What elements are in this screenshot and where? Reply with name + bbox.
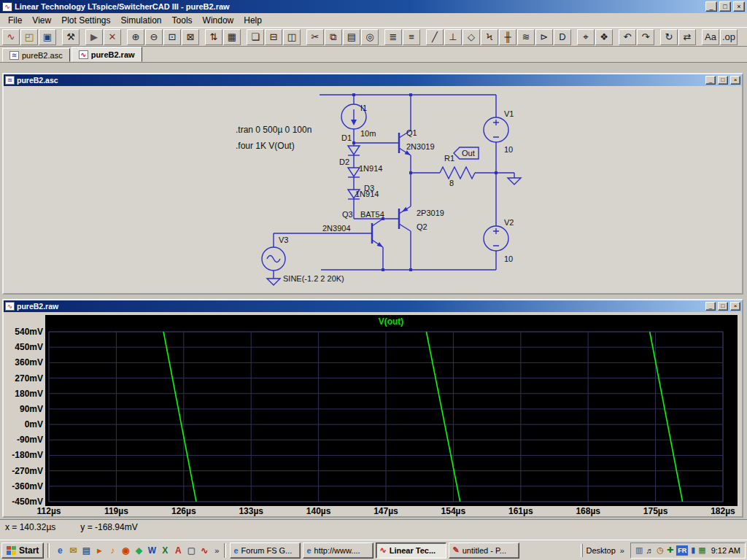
schematic-label: 2N3019 bbox=[406, 142, 435, 151]
excel-icon[interactable]: X bbox=[158, 544, 171, 557]
menu-file[interactable]: File bbox=[3, 14, 27, 27]
waveform-minimize-button[interactable]: _ bbox=[705, 302, 716, 311]
halt-icon: ✕ bbox=[109, 31, 117, 42]
menu-view[interactable]: View bbox=[27, 14, 56, 27]
schematic-canvas[interactable]: Out .tran 0 500µ 0 100n.four 1K V(Out)I1… bbox=[4, 86, 742, 293]
display-settings-icon[interactable]: ▥ bbox=[635, 545, 643, 555]
undo-button[interactable]: ↶ bbox=[619, 29, 636, 45]
volume-icon[interactable]: ♬ bbox=[646, 546, 654, 555]
tile-horizontal-button[interactable]: ⊟ bbox=[265, 29, 282, 45]
word-icon[interactable]: W bbox=[145, 544, 158, 557]
v3-sine-squiggle bbox=[267, 256, 280, 262]
schematic-label: D1 bbox=[341, 133, 352, 142]
start-button[interactable]: Start bbox=[1, 542, 44, 559]
place-resistor-button[interactable]: Ϟ bbox=[481, 29, 498, 45]
close-button[interactable]: × bbox=[733, 1, 745, 12]
schematic-maximize-button[interactable]: □ bbox=[718, 76, 728, 85]
y-axis-tick-label: 90mV bbox=[20, 404, 43, 414]
zoom-in-icon: ⊕ bbox=[132, 31, 140, 42]
task-button-http-www-[interactable]: ehttp://www.... bbox=[303, 542, 374, 559]
tab-pureb2.raw[interactable]: ∿pureB2.raw bbox=[71, 47, 142, 62]
halt-button[interactable]: ✕ bbox=[104, 29, 121, 45]
desktop-overflow-chevron[interactable]: » bbox=[619, 546, 626, 555]
minimize-button[interactable]: _ bbox=[705, 1, 717, 12]
resistor-symbol[interactable] bbox=[440, 167, 475, 179]
zoom-area-button[interactable]: ⊡ bbox=[163, 29, 181, 45]
copy-button[interactable]: ⧉ bbox=[325, 29, 342, 45]
rotate-button[interactable]: ↻ bbox=[660, 29, 678, 45]
place-capacitor-button[interactable]: ╫ bbox=[499, 29, 516, 45]
place-component-button[interactable]: D bbox=[554, 29, 571, 45]
find-button[interactable]: ◎ bbox=[361, 29, 379, 45]
task-button-linear-tec-[interactable]: ∿Linear Tec... bbox=[376, 542, 446, 559]
media-player-icon[interactable]: ▸ bbox=[93, 544, 106, 557]
zoom-out-button[interactable]: ⊖ bbox=[145, 29, 163, 45]
network-icon[interactable]: ▮ bbox=[691, 545, 695, 555]
drag-button[interactable]: ❖ bbox=[595, 29, 613, 45]
tab-pureb2.asc[interactable]: ≋pureB2.asc bbox=[2, 48, 70, 62]
q2-emitter-arrow bbox=[402, 207, 408, 212]
waveform-maximize-button[interactable]: □ bbox=[718, 302, 728, 311]
autorange-y-button[interactable]: ⇅ bbox=[205, 29, 222, 45]
paste-button[interactable]: ▤ bbox=[343, 29, 360, 45]
internet-explorer-icon[interactable]: e bbox=[53, 544, 66, 557]
transistor-base-bars[interactable] bbox=[372, 133, 399, 244]
x-axis-tick-label: 182µs bbox=[711, 506, 735, 516]
zoom-in-button[interactable]: ⊕ bbox=[127, 29, 144, 45]
maximize-button[interactable]: □ bbox=[719, 1, 731, 12]
zoom-full-extents-button[interactable]: ⊠ bbox=[182, 29, 199, 45]
desktop-toolbar-label[interactable]: Desktop bbox=[586, 546, 615, 555]
music-player-icon[interactable]: ♪ bbox=[106, 544, 119, 557]
menu-window[interactable]: Window bbox=[198, 14, 239, 27]
waveform-close-button[interactable]: × bbox=[730, 302, 740, 311]
cascade-windows-button[interactable]: ❏ bbox=[247, 29, 264, 45]
plot-area[interactable] bbox=[45, 315, 738, 506]
show-desktop-icon[interactable]: ▤ bbox=[80, 544, 93, 557]
print-preview-button[interactable]: ≣ bbox=[384, 29, 402, 45]
menu-simulation[interactable]: Simulation bbox=[116, 14, 167, 27]
task-scheduler-icon[interactable]: ◷ bbox=[657, 545, 664, 555]
task-button-forum-fs-g-[interactable]: eForum FS G... bbox=[230, 542, 301, 559]
place-net-label-button[interactable]: ◇ bbox=[462, 29, 480, 45]
place-resistor-icon: Ϟ bbox=[487, 31, 492, 42]
waveform-window-titlebar[interactable]: ∿ pureB2.raw _ □ × bbox=[4, 300, 742, 312]
antivirus-icon[interactable]: ✚ bbox=[667, 545, 673, 555]
schematic-window-titlebar[interactable]: ≋ pureB2.asc _ □ × bbox=[4, 74, 742, 86]
save-file-button[interactable]: ▣ bbox=[39, 29, 56, 45]
ltspice-icon[interactable]: ∿ bbox=[198, 544, 211, 557]
draw-wire-button[interactable]: ╱ bbox=[426, 29, 444, 45]
spice-directive-button[interactable]: .op bbox=[720, 29, 738, 45]
menu-tools[interactable]: Tools bbox=[167, 14, 198, 27]
place-diode-button[interactable]: ⊳ bbox=[535, 29, 553, 45]
schematic-close-button[interactable]: × bbox=[730, 76, 740, 85]
toolbar-grip[interactable] bbox=[581, 544, 583, 557]
notepad-icon[interactable]: ▢ bbox=[185, 544, 198, 557]
print-button[interactable]: ≡ bbox=[403, 29, 420, 45]
fr-language-badge[interactable]: FR bbox=[676, 545, 688, 556]
messenger-icon[interactable]: ◆ bbox=[132, 544, 145, 557]
new-file-button[interactable]: ∿ bbox=[2, 29, 20, 45]
menu-plot-settings[interactable]: Plot Settings bbox=[56, 14, 115, 27]
place-text-button[interactable]: Aa bbox=[702, 29, 719, 45]
redo-button[interactable]: ↷ bbox=[637, 29, 654, 45]
acrobat-icon[interactable]: A bbox=[171, 544, 185, 557]
run-button[interactable]: ▶ bbox=[85, 29, 103, 45]
place-inductor-button[interactable]: ≋ bbox=[517, 29, 535, 45]
open-file-button[interactable]: ◰ bbox=[20, 29, 38, 45]
control-panel-button[interactable]: ⚒ bbox=[62, 29, 80, 45]
calendar-icon[interactable]: ▦ bbox=[698, 545, 705, 555]
task-icon: e bbox=[233, 546, 238, 555]
move-button[interactable]: ⌖ bbox=[577, 29, 595, 45]
mirror-button[interactable]: ⇄ bbox=[678, 29, 696, 45]
menu-help[interactable]: Help bbox=[239, 14, 267, 27]
grid-button[interactable]: ▦ bbox=[223, 29, 241, 45]
waveform-plot[interactable]: V(out) 112µs119µs126µs133µs140µs147µs154… bbox=[4, 312, 742, 516]
tile-vertical-button[interactable]: ◫ bbox=[283, 29, 301, 45]
browser-icon[interactable]: ◉ bbox=[119, 544, 132, 557]
cut-button[interactable]: ✂ bbox=[306, 29, 324, 45]
outlook-icon[interactable]: ✉ bbox=[66, 544, 80, 557]
quicklaunch-overflow-chevron[interactable]: » bbox=[213, 546, 220, 555]
task-button-untitled-p-[interactable]: ✎untitled - P... bbox=[449, 542, 519, 559]
schematic-minimize-button[interactable]: _ bbox=[705, 76, 716, 85]
place-ground-button[interactable]: ⊥ bbox=[444, 29, 462, 45]
